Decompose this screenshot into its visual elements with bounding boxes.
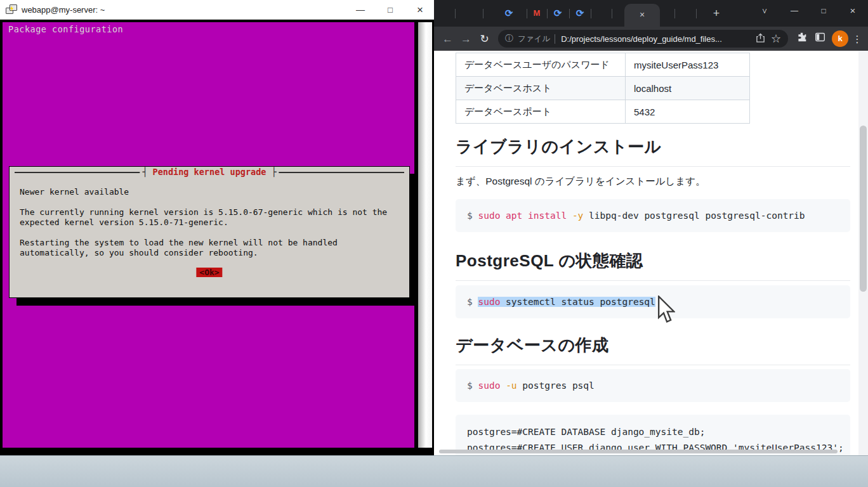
terminal-window-title: webapp@my-server: ~	[22, 5, 105, 15]
table-cell-value: mysiteUserPass123	[626, 53, 750, 77]
table-cell-value: localhost	[626, 77, 750, 100]
tab-search-chevron-icon[interactable]: ∨	[754, 3, 775, 19]
pinned-tab-sync-icon[interactable]: ⟳	[574, 7, 586, 20]
terminal-window: webapp@my-server: ~ — □ × Package config…	[0, 0, 434, 455]
terminal-scrollbar[interactable]	[418, 22, 432, 448]
code-token: sudo	[478, 297, 500, 307]
tab-separator	[569, 9, 570, 18]
browser-window: ⟳ M ⟳ ⟳ × + ∨ — □ × ← → ↻ ⓘ ファイル D:/proj…	[434, 0, 868, 455]
code-block-systemctl-status[interactable]: $ sudo systemctl status postgresql	[456, 285, 850, 318]
code-token	[500, 380, 506, 391]
terminal-minimize-button[interactable]: —	[351, 2, 370, 18]
code-token: libpq-dev postgresql postgresql-contrib	[583, 211, 805, 221]
code-token: systemctl status postgresql	[500, 297, 655, 307]
table-row: データベースホストlocalhost	[456, 77, 750, 100]
mouse-cursor	[657, 295, 675, 325]
dialog-title: Pending kernel upgrade	[140, 167, 279, 177]
dialog-body-text: Newer kernel available The currently run…	[20, 187, 387, 258]
tab-close-icon[interactable]: ×	[640, 10, 645, 20]
omnibox-divider	[555, 34, 555, 44]
profile-avatar[interactable]: k	[832, 30, 848, 47]
reload-icon[interactable]: ↻	[475, 30, 494, 48]
browser-tabstrip: ⟳ M ⟳ ⟳ × + ∨ — □ ×	[434, 0, 868, 27]
code-token	[567, 211, 572, 221]
dialog-ok-button[interactable]: <Ok>	[196, 268, 222, 277]
table-cell-key: データベースポート	[456, 100, 626, 124]
tab-separator	[547, 9, 548, 18]
horizontal-scrollbar-thumb[interactable]	[439, 450, 838, 453]
code-token: $	[467, 380, 478, 391]
bookmark-star-icon[interactable]: ☆	[771, 32, 781, 46]
kebab-menu-icon[interactable]: ⋮	[851, 30, 864, 48]
browser-minimize-button[interactable]: —	[784, 3, 805, 19]
page-vertical-scrollbar[interactable]	[858, 51, 868, 455]
terminal-screen-header: Package configuration	[8, 24, 123, 34]
code-block-apt-install[interactable]: $ sudo apt install -y libpq-dev postgres…	[456, 199, 850, 232]
address-bar[interactable]: ⓘ ファイル D:/projects/lessons/deploy_guide/…	[498, 30, 788, 48]
table-cell-key: データベースホスト	[456, 77, 626, 100]
section-heading-create-database: データベースの作成	[456, 334, 850, 365]
code-token: $	[467, 211, 478, 221]
tab-separator	[455, 9, 456, 18]
section-heading-postgres-status: PostgreSQL の状態確認	[456, 250, 850, 281]
terminal-maximize-button[interactable]: □	[381, 2, 400, 18]
back-icon[interactable]: ←	[438, 30, 457, 48]
browser-maximize-button[interactable]: □	[813, 3, 834, 19]
share-icon[interactable]	[756, 33, 765, 44]
section-heading-library-install: ライブラリのインストール	[456, 136, 850, 167]
table-row: データベースユーザのパスワードmysiteUserPass123	[456, 53, 750, 77]
tab-separator	[696, 9, 697, 18]
url-scheme-label: ファイル	[518, 34, 550, 44]
code-token: $	[467, 297, 478, 307]
kernel-upgrade-dialog: Pending kernel upgrade Newer kernel avai…	[9, 166, 410, 298]
forward-icon[interactable]: →	[457, 30, 475, 48]
pinned-tab-sync-icon[interactable]: ⟳	[551, 7, 564, 20]
taskbar: b C ∧ ◆ 1 × 17:14 2023/04/26	[0, 455, 868, 487]
new-tab-button[interactable]: +	[708, 6, 725, 22]
active-tab[interactable]: ×	[624, 4, 660, 27]
code-token: sudo	[478, 380, 500, 391]
page-content: データベースユーザのパスワードmysiteUserPass123データベースホス…	[434, 51, 868, 455]
putty-icon	[6, 4, 18, 16]
code-token: sudo apt install	[478, 211, 567, 221]
pinned-tab-sync-icon[interactable]: ⟳	[503, 7, 515, 20]
site-info-icon[interactable]: ⓘ	[505, 33, 513, 44]
db-settings-table: データベースユーザのパスワードmysiteUserPass123データベースホス…	[456, 53, 750, 124]
browser-close-button[interactable]: ×	[842, 3, 864, 19]
tab-separator	[527, 9, 527, 18]
pinned-tab-gmail-icon[interactable]: M	[530, 7, 543, 20]
tab-separator	[483, 9, 483, 18]
code-token: -u	[506, 380, 516, 391]
paragraph-library-install: まず、Postgresql のライブラリをインストールします。	[456, 175, 706, 188]
url-text[interactable]: D:/projects/lessons/deploy_guide/md_file…	[561, 34, 750, 44]
table-cell-key: データベースユーザのパスワード	[456, 53, 626, 77]
tab-separator	[612, 9, 612, 18]
terminal-titlebar[interactable]: webapp@my-server: ~ — □ ×	[0, 0, 434, 20]
browser-toolbar: ← → ↻ ⓘ ファイル D:/projects/lessons/deploy_…	[434, 27, 868, 51]
terminal-close-button[interactable]: ×	[411, 2, 430, 18]
tab-separator	[591, 9, 591, 18]
code-token: -y	[572, 211, 583, 221]
putty-monitor-front-icon	[10, 4, 17, 11]
vertical-scrollbar-thumb[interactable]	[860, 126, 867, 292]
side-panel-icon[interactable]	[811, 30, 829, 48]
table-row: データベースポート5432	[456, 100, 750, 124]
table-cell-value: 5432	[626, 100, 750, 124]
extensions-puzzle-icon[interactable]	[792, 30, 811, 48]
tab-separator	[674, 9, 675, 18]
code-block-psql[interactable]: $ sudo -u postgres psql	[456, 369, 850, 402]
code-token: postgres psql	[517, 380, 595, 391]
